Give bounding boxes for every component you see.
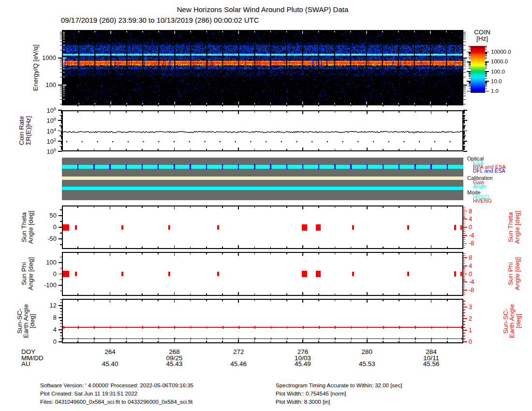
swap-plot-page: New Horizons Solar Wind Around Pluto (SW… xyxy=(0,0,532,411)
theta-x-tick xyxy=(367,206,368,209)
spec-x-tick-out xyxy=(222,105,223,106)
phi-x-tick xyxy=(158,294,159,295)
coin-R-minor-tick xyxy=(463,118,465,118)
sce-left-major-tick xyxy=(59,305,62,306)
sun-phi-right-label-line2: Angle [deg] xyxy=(514,257,521,290)
spectrogram-panel xyxy=(62,30,463,105)
colorbar-major-tick xyxy=(485,91,489,92)
sce-right-tick-label: 1 xyxy=(469,326,472,334)
sun-sc-earth-right-line3: [deg] xyxy=(515,304,521,338)
sun-phi-right-label: Sun Phi Angle [deg] xyxy=(507,257,521,290)
theta-right-minor-tick xyxy=(463,225,465,225)
sce-x-tick xyxy=(94,300,95,301)
sun-phi-right-label-line1: Sun Phi xyxy=(507,257,514,290)
coin-R-minor-tick xyxy=(463,134,465,134)
theta-x-tick xyxy=(254,247,255,248)
sce-red-marker xyxy=(287,326,288,329)
theta-left-minor-tick xyxy=(60,244,62,245)
sce-x-tick xyxy=(142,300,143,301)
coin-L-minor-tick xyxy=(61,148,62,148)
spec-x-tick-out xyxy=(254,105,255,106)
phi-left-tick-label: 0 xyxy=(29,270,57,278)
sce-left-minor-tick xyxy=(60,311,62,312)
coin-L-minor-tick xyxy=(61,129,62,130)
coin-L-major-tick xyxy=(58,110,62,111)
sun-phi-mark xyxy=(63,271,69,277)
phi-right-minor-tick xyxy=(463,253,465,254)
theta-left-major-tick xyxy=(59,227,62,228)
status-esa-gap-mark xyxy=(334,164,336,169)
spec-left-tick-label: 1000 xyxy=(28,54,56,61)
coin-x-tick xyxy=(222,149,223,150)
status-esa-gap-mark xyxy=(302,164,304,169)
coin-L-minor-tick xyxy=(61,138,62,139)
coin-L-minor-tick xyxy=(61,114,62,114)
spec-x-tick-out xyxy=(206,105,207,106)
spec-x-tick-out xyxy=(110,105,111,107)
theta-x-tick xyxy=(383,206,384,208)
coin-R-minor-tick xyxy=(463,138,465,138)
coin-mid-L-major-tick xyxy=(59,115,62,116)
coin-L-major-tick xyxy=(58,131,62,132)
colorbar-minor-tick xyxy=(485,75,487,76)
spec-x-tick-out xyxy=(302,105,303,107)
coin-R-minor-tick xyxy=(463,117,465,117)
footer-timing: Spectrogram Timing Accurate to Within: 3… xyxy=(276,382,402,388)
phi-x-tick xyxy=(110,253,111,256)
sce-black-marker xyxy=(399,338,399,340)
sce-black-line xyxy=(63,338,462,339)
colorbar-tick-label: 10.0 xyxy=(491,78,502,84)
colorbar-minor-tick xyxy=(469,62,471,62)
colorbar-tick-label: 100.0 xyxy=(491,69,505,74)
legend-hveng: HVENG xyxy=(473,198,492,204)
colorbar-minor-tick xyxy=(485,65,487,66)
phi-right-major-tick xyxy=(463,265,467,266)
colorbar-minor-tick xyxy=(485,49,487,49)
status-esa-gap-mark xyxy=(318,164,320,169)
coin-R-minor-tick xyxy=(463,148,465,149)
sce-x-tick xyxy=(270,300,271,301)
theta-x-tick xyxy=(302,245,303,248)
spec-x-tick-out xyxy=(351,105,352,106)
phi-x-tick xyxy=(94,294,95,295)
sce-right-major-tick xyxy=(463,318,467,319)
spec-left-minor-tick xyxy=(60,99,62,100)
sce-left-minor-tick xyxy=(60,326,62,327)
colorbar-minor-tick xyxy=(469,52,471,53)
spec-right-minor-tick xyxy=(463,89,466,89)
colorbar-minor-tick xyxy=(485,64,487,65)
spec-left-minor-tick xyxy=(60,60,62,61)
theta-x-tick xyxy=(399,206,399,208)
theta-x-tick xyxy=(270,206,271,208)
sce-x-tick xyxy=(286,300,287,301)
theta-right-minor-tick xyxy=(463,223,465,223)
coin-x-tick xyxy=(158,149,159,150)
colorbar-minor-tick xyxy=(485,47,487,47)
sce-x-tick xyxy=(126,341,127,342)
sce-x-tick xyxy=(335,300,336,301)
theta-x-tick xyxy=(110,206,111,209)
sun-phi-mark xyxy=(168,272,170,276)
coin-mid-L-major-tick xyxy=(59,125,62,126)
colorbar-minor-tick xyxy=(485,86,487,87)
phi-x-tick xyxy=(158,253,159,254)
spec-left-minor-tick xyxy=(60,32,62,32)
colorbar-minor-tick xyxy=(485,62,487,62)
status-esa-gap-mark xyxy=(254,164,255,169)
coin-mid-R-major-tick xyxy=(463,146,466,147)
x-tick-au: 45.53 xyxy=(345,360,389,367)
phi-x-tick xyxy=(302,292,303,295)
coin-L-minor-tick xyxy=(61,117,62,117)
sun-phi-mark xyxy=(75,272,77,276)
sce-red-marker xyxy=(431,326,432,329)
spec-right-minor-tick xyxy=(463,35,466,35)
phi-x-tick xyxy=(383,294,384,295)
sce-left-minor-tick xyxy=(60,299,62,300)
coin-R-minor-tick xyxy=(463,113,465,113)
coin-R-minor-tick xyxy=(463,149,465,150)
spec-x-tick-out xyxy=(383,105,384,106)
colorbar-minor-tick xyxy=(469,55,471,55)
sce-x-tick xyxy=(415,300,416,301)
phi-right-tick-label: 0 xyxy=(469,270,472,278)
sce-black-marker xyxy=(383,338,384,340)
